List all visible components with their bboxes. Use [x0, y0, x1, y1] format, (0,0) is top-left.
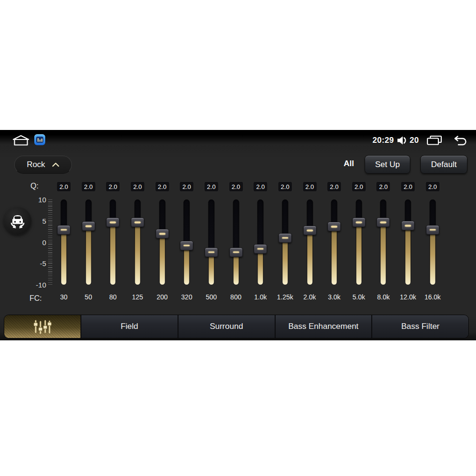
- slider-handle[interactable]: [205, 248, 218, 257]
- slider-fill: [208, 252, 214, 285]
- eq-band-16.0k: 2.016.0k: [420, 178, 445, 304]
- gain-slider[interactable]: [130, 178, 145, 304]
- db-scale-label: -5: [26, 259, 46, 268]
- eq-band-3.0k: 2.03.0k: [322, 178, 347, 304]
- band-frequency-label: 500: [206, 293, 217, 301]
- tab-surround[interactable]: Surround: [178, 315, 275, 338]
- eq-band-500: 2.0500: [199, 178, 224, 304]
- fc-row-label: FC:: [30, 294, 42, 303]
- db-scale-label: 0: [26, 238, 46, 246]
- slider-fill: [233, 252, 238, 285]
- gain-slider[interactable]: [57, 178, 71, 304]
- sound-field-car-button[interactable]: [4, 207, 31, 235]
- eq-band-125: 2.0125: [125, 178, 150, 304]
- slider-handle[interactable]: [82, 221, 95, 231]
- setup-button[interactable]: Set Up: [365, 155, 410, 174]
- gain-slider[interactable]: [376, 178, 390, 304]
- gain-slider[interactable]: [426, 178, 440, 304]
- eq-band-1.25k: 2.01.25k: [273, 178, 298, 304]
- eq-app-icon-glyph: [36, 137, 43, 143]
- slider-fill: [307, 230, 312, 285]
- slider-handle[interactable]: [180, 241, 193, 250]
- band-frequency-label: 16.0k: [425, 293, 441, 301]
- slider-handle[interactable]: [401, 221, 415, 230]
- gain-slider[interactable]: [106, 178, 120, 304]
- gain-slider[interactable]: [204, 178, 218, 304]
- chevron-up-icon: [52, 162, 60, 167]
- band-frequency-label: 50: [85, 293, 92, 301]
- car-surround-icon: [4, 207, 31, 235]
- gain-slider[interactable]: [155, 178, 169, 304]
- slider-fill: [159, 234, 165, 285]
- q-row-label: Q:: [30, 182, 39, 190]
- band-frequency-label: 30: [60, 293, 68, 301]
- slider-handle[interactable]: [131, 218, 144, 227]
- eq-band-80: 2.080: [100, 178, 125, 304]
- slider-fill: [406, 226, 411, 285]
- equalizer-sliders-icon: [31, 319, 53, 334]
- band-frequency-label: 2.0k: [303, 293, 316, 301]
- head-unit-screen: 20:29 20 Rock All Set Up Default Q: FC:: [0, 130, 476, 340]
- gain-slider[interactable]: [327, 178, 341, 304]
- recent-apps-icon[interactable]: [426, 135, 442, 146]
- band-frequency-label: 800: [230, 293, 241, 301]
- slider-fill: [61, 230, 67, 285]
- slider-fill: [110, 222, 116, 285]
- preset-dropdown[interactable]: Rock: [14, 156, 72, 174]
- slider-handle[interactable]: [254, 244, 267, 254]
- slider-fill: [282, 238, 288, 285]
- gain-slider[interactable]: [278, 178, 292, 304]
- band-frequency-label: 12.0k: [400, 293, 416, 301]
- slider-fill: [258, 249, 263, 285]
- band-frequency-label: 125: [132, 293, 143, 301]
- gain-slider[interactable]: [229, 178, 243, 304]
- eq-band-2.0k: 2.02.0k: [298, 178, 322, 304]
- bottom-tab-bar: Field Surround Bass Enhancement Bass Fil…: [4, 315, 469, 338]
- gain-slider[interactable]: [303, 178, 317, 304]
- slider-fill: [381, 222, 386, 285]
- slider-handle[interactable]: [156, 229, 169, 238]
- slider-fill: [356, 222, 361, 285]
- band-frequency-label: 3.0k: [328, 293, 340, 301]
- back-arrow-icon[interactable]: [453, 135, 468, 146]
- slider-handle[interactable]: [327, 222, 341, 231]
- eq-band-12.0k: 2.012.0k: [396, 178, 420, 304]
- home-button[interactable]: [12, 135, 30, 146]
- eq-band-50: 2.050: [76, 178, 101, 304]
- db-scale-label: 10: [26, 196, 46, 204]
- band-frequency-label: 1.25k: [277, 293, 293, 301]
- slider-fill: [86, 226, 91, 285]
- slider-handle[interactable]: [377, 218, 390, 227]
- eq-band-8.0k: 2.08.0k: [371, 178, 396, 304]
- tab-field[interactable]: Field: [80, 315, 178, 338]
- slider-handle[interactable]: [303, 226, 317, 235]
- eq-band-30: 2.030: [51, 178, 76, 304]
- preset-label: Rock: [27, 160, 45, 169]
- gain-slider[interactable]: [81, 178, 96, 304]
- slider-handle[interactable]: [57, 225, 70, 235]
- tab-bass-enhancement[interactable]: Bass Enhancement: [275, 315, 372, 338]
- all-label[interactable]: All: [344, 159, 354, 169]
- gain-slider[interactable]: [352, 178, 366, 304]
- tab-equalizer[interactable]: [4, 315, 80, 338]
- db-scale-label: -10: [26, 281, 46, 289]
- status-bar: 20:29 20: [0, 130, 476, 149]
- band-frequency-label: 80: [109, 293, 117, 301]
- default-button[interactable]: Default: [420, 155, 467, 174]
- slider-handle[interactable]: [352, 218, 366, 227]
- slider-handle[interactable]: [229, 248, 243, 257]
- gain-slider[interactable]: [179, 178, 194, 304]
- clock: 20:29: [373, 136, 394, 145]
- band-frequency-label: 200: [157, 293, 168, 301]
- tab-bass-filter[interactable]: Bass Filter: [371, 315, 468, 338]
- slider-handle[interactable]: [106, 218, 119, 227]
- gain-slider[interactable]: [401, 178, 415, 304]
- speaker-icon: [397, 136, 407, 145]
- slider-handle[interactable]: [278, 233, 292, 243]
- gain-slider[interactable]: [253, 178, 268, 304]
- slider-fill: [430, 230, 435, 285]
- eq-band-800: 2.0800: [224, 178, 248, 304]
- slider-handle[interactable]: [426, 225, 439, 235]
- eq-band-320: 2.0320: [174, 178, 199, 304]
- eq-app-icon[interactable]: [34, 134, 45, 145]
